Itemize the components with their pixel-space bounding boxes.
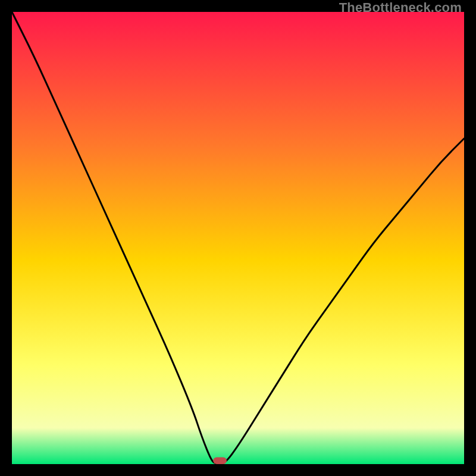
bottleneck-chart: [12, 12, 464, 464]
chart-frame: TheBottleneck.com: [0, 0, 476, 476]
watermark-text: TheBottleneck.com: [339, 0, 462, 15]
minimum-marker: [213, 458, 227, 464]
gradient-background: [12, 12, 464, 464]
